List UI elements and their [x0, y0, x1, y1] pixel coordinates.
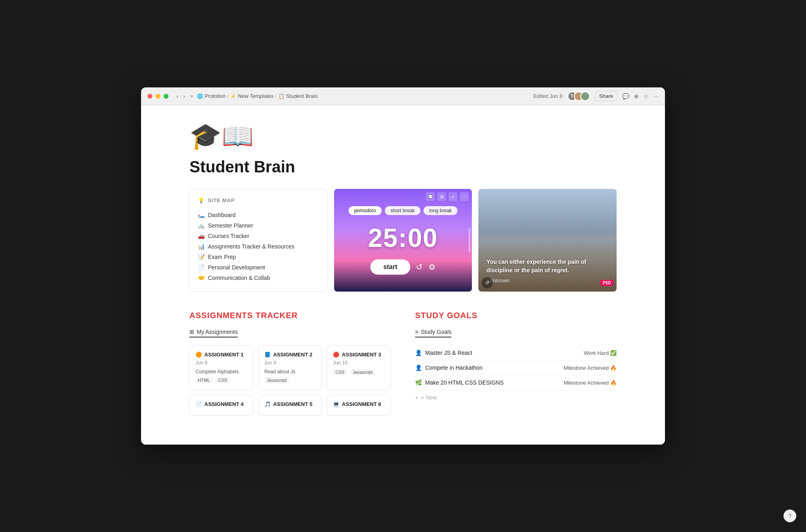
assignment-icon-5: 🎵 [264, 401, 271, 407]
study-goals-tab[interactable]: ≡ Study Goals [415, 329, 451, 337]
breadcrumb-sep-2: / [275, 93, 277, 99]
tag-css: CSS [216, 377, 230, 383]
assignment-card-6[interactable]: 💻 ASSIGNMENT 6 [327, 395, 391, 416]
communication-icon: 🤝 [198, 275, 205, 281]
titlebar: ‹ › + 🌐 Prototion / ⚡ New Templates / 📋 … [141, 87, 665, 105]
assignment-icon-4: 📄 [195, 401, 202, 407]
pomo-reset-button[interactable]: ↺ [416, 262, 423, 272]
search-icon[interactable]: ⊕ [634, 93, 639, 99]
exam-icon: 📝 [198, 254, 205, 260]
pomodoro-toolbar: 💬 ⊞ ⤢ ··· [423, 189, 472, 204]
breadcrumb-icon-2: ⚡ [230, 93, 236, 99]
pomo-tab-pomodoro[interactable]: pomodoro [349, 206, 382, 215]
study-goal-name-2: 👤 Compete in Hackathon [415, 364, 482, 371]
assignment-subtask-2: Read about Js [264, 369, 316, 375]
assignment-title-5: 🎵 ASSIGNMENT 5 [264, 401, 316, 407]
breadcrumb-icon-3: 📋 [278, 93, 285, 99]
assignments-tab-icon: ⊞ [189, 329, 194, 335]
assignment-title-2: 📘 ASSIGNMENT 2 [264, 352, 316, 358]
sitemap-item-courses[interactable]: 🚗 Courses Tracker [198, 231, 319, 241]
assignment-title-3: 🔴 ASSIGNMENT 3 [333, 352, 385, 358]
new-goal-icon: + [415, 394, 418, 401]
study-goals-header: STUDY GOALS [415, 311, 617, 320]
assignment-icon-3: 🔴 [333, 352, 339, 358]
comment-icon[interactable]: 💬 [622, 93, 629, 99]
pomo-scroll-indicator [469, 228, 470, 253]
quote-text: You can either experience the pain of di… [486, 258, 609, 275]
favorite-icon[interactable]: ☆ [644, 93, 649, 99]
study-goal-row-2: 👤 Compete in Hackathon Milestone Achieve… [415, 360, 617, 375]
goal-icon-2: 👤 [415, 364, 422, 371]
sitemap-item-exam[interactable]: 📝 Exam Prep [198, 252, 319, 262]
pomo-tab-short[interactable]: short break [385, 206, 420, 215]
forward-button[interactable]: › [182, 92, 187, 100]
bottom-sections: ASSIGNMENTS TRACKER ⊞ My Assignments 🟠 A… [189, 311, 617, 416]
assignment-subtask-1: Complete Alphabets [195, 369, 247, 375]
sitemap-item-personal[interactable]: 📄 Personal Development [198, 262, 319, 273]
breadcrumb-new-templates[interactable]: New Templates [238, 93, 274, 99]
breadcrumb-icon-1: 🌐 [197, 93, 203, 99]
assignment-icon-2: 📘 [264, 352, 271, 358]
pomo-more-icon[interactable]: ··· [460, 192, 469, 201]
assignment-title-1: 🟠 ASSIGNMENT 1 [195, 352, 247, 358]
semester-icon: 🚲 [198, 222, 205, 229]
back-button[interactable]: ‹ [175, 92, 180, 100]
assignment-icon-1: 🟠 [195, 352, 202, 358]
goal-icon-1: 👤 [415, 350, 422, 356]
study-goal-status-3: Milestone Achieved 🔥 [563, 380, 617, 386]
breadcrumb-student-brain[interactable]: Student Brain [286, 93, 318, 99]
quote-refresh-button[interactable]: ↺ [482, 277, 493, 288]
pomodoro-card: 💬 ⊞ ⤢ ··· pomodoro short break long brea… [334, 189, 472, 292]
new-goal-button[interactable]: + + New [415, 390, 617, 405]
assignments-tab[interactable]: ⊞ My Assignments [189, 329, 238, 337]
sitemap-item-semester[interactable]: 🚲 Semester Planner [198, 220, 319, 231]
top-three-columns: 💡 SITE MAP 🛏️ Dashboard 🚲 Semester Plann… [189, 189, 617, 292]
assignment-card-5[interactable]: 🎵 ASSIGNMENT 5 [258, 395, 322, 416]
minimize-button[interactable] [156, 94, 160, 99]
bulb-icon: 💡 [198, 197, 205, 203]
study-goal-row-3: 🌿 Make 20 HTML CSS DESIGNS Milestone Ach… [415, 375, 617, 390]
edited-label: Edited Jun 8 [533, 93, 562, 99]
assignment-card-4[interactable]: 📄 ASSIGNMENT 4 [189, 395, 253, 416]
share-button[interactable]: Share [595, 91, 618, 101]
sitemap-title: 💡 SITE MAP [198, 197, 319, 203]
assignment-card-3[interactable]: 🔴 ASSIGNMENT 3 Jun 10 CSS Javascript [327, 346, 391, 390]
avatar-p2 [580, 91, 590, 101]
pomo-comment-icon[interactable]: 💬 [426, 192, 435, 201]
sitemap-item-dashboard[interactable]: 🛏️ Dashboard [198, 210, 319, 220]
breadcrumb-prototion[interactable]: Prototion [205, 93, 226, 99]
study-goal-row-1: 👤 Master JS & React Work Hard ✅ [415, 346, 617, 360]
assignment-icon-6: 💻 [333, 401, 339, 407]
pomo-settings-button[interactable]: ⚙ [428, 262, 436, 272]
assignment-card-1[interactable]: 🟠 ASSIGNMENT 1 Jun 9 Complete Alphabets … [189, 346, 253, 390]
goal-icon-3: 🌿 [415, 379, 422, 386]
close-button[interactable] [147, 94, 152, 99]
assignment-title-4: 📄 ASSIGNMENT 4 [195, 401, 247, 407]
traffic-lights [147, 94, 168, 99]
assignment-card-2[interactable]: 📘 ASSIGNMENT 2 Jun 9 Read about Js Javas… [258, 346, 322, 390]
pomo-tab-long[interactable]: long break [424, 206, 457, 215]
sitemap-item-communication[interactable]: 🤝 Communication & Collab [198, 273, 319, 283]
tag-css-3: CSS [333, 369, 347, 375]
maximize-button[interactable] [164, 94, 168, 99]
pomo-start-button[interactable]: start [370, 259, 410, 275]
assignment-tags-3: CSS Javascript [333, 369, 385, 376]
more-icon[interactable]: ··· [654, 93, 659, 99]
titlebar-right: Edited Jun 8 T Share 💬 ⊕ ☆ ··· [533, 91, 659, 101]
sitemap-card: 💡 SITE MAP 🛏️ Dashboard 🚲 Semester Plann… [189, 189, 328, 292]
sitemap-item-assignments[interactable]: 📊 Assignments Tracker & Resources [198, 241, 319, 252]
page-title: Student Brain [189, 158, 617, 176]
study-goal-status-1: Work Hard ✅ [584, 350, 617, 356]
quote-bottom-icons: ↺ PSD [482, 277, 613, 288]
quote-psd-badge: PSD [600, 280, 613, 286]
pomo-grid-icon[interactable]: ⊞ [437, 192, 446, 201]
courses-icon: 🚗 [198, 233, 205, 239]
avatar-group: T [567, 91, 590, 101]
quote-card: You can either experience the pain of di… [478, 189, 617, 292]
assignments-grid: 🟠 ASSIGNMENT 1 Jun 9 Complete Alphabets … [189, 346, 391, 416]
window: ‹ › + 🌐 Prototion / ⚡ New Templates / 📋 … [141, 87, 665, 445]
assignment-title-6: 💻 ASSIGNMENT 6 [333, 401, 385, 407]
add-page-button[interactable]: + [190, 93, 193, 100]
nav-arrows: ‹ › [175, 92, 187, 100]
pomo-expand-icon[interactable]: ⤢ [449, 192, 457, 201]
